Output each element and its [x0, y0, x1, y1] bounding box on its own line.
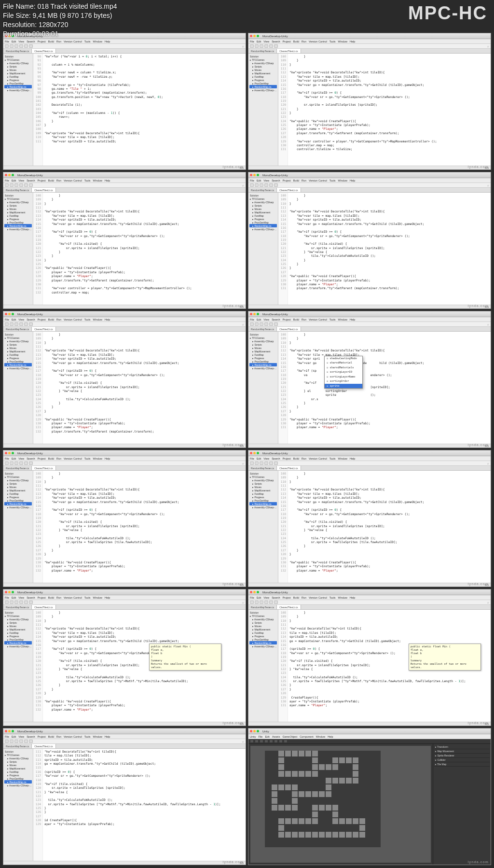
editor-tab[interactable]: ClearedTilesLi.cs: [277, 605, 301, 609]
sidebar-item[interactable]: ▸ MapMovement: [249, 628, 277, 631]
toolbar-button[interactable]: [255, 740, 259, 743]
autocomplete-popup[interactable]: ▫ shadowCastingMode▫ sharedMaterial▫ sha…: [324, 356, 363, 389]
window-titlebar[interactable]: MonoDevelop-Unity: [3, 311, 246, 317]
close-icon[interactable]: [250, 730, 252, 732]
autocomplete-item[interactable]: ▫ sharedMaterials: [325, 365, 362, 370]
menu-item[interactable]: Window: [338, 179, 348, 182]
menu-item[interactable]: Help: [105, 596, 110, 599]
sidebar-item[interactable]: ▸ TFCGames: [4, 753, 32, 756]
menu-item[interactable]: Edit: [257, 596, 261, 599]
menu-item[interactable]: Search: [272, 457, 280, 460]
menu-item[interactable]: Tools: [329, 179, 336, 182]
code-editor[interactable]: 108 109 110 111 112 113 114 115 116 117 …: [33, 610, 246, 722]
sidebar-item[interactable]: ▸ MapMovement: [249, 210, 277, 214]
menu-item[interactable]: Help: [350, 40, 355, 43]
menu-item[interactable]: View: [263, 318, 269, 321]
menu-item[interactable]: File: [250, 457, 254, 460]
menu-item[interactable]: Run: [56, 457, 61, 460]
menu-item[interactable]: File: [5, 40, 9, 43]
sidebar-item[interactable]: ▸ ProcGenMap: [4, 777, 32, 780]
autocomplete-item[interactable]: ▫ shadowCastingMode: [325, 356, 362, 361]
menu-item[interactable]: Unity: [250, 735, 256, 738]
menu-item[interactable]: File: [5, 735, 9, 738]
toolbar-button[interactable]: [255, 44, 259, 48]
editor-tab[interactable]: ClearedTilesLi.cs: [32, 188, 55, 192]
sidebar-item[interactable]: ▸ TFCGames: [249, 58, 277, 61]
menu-item[interactable]: Edit: [257, 40, 261, 43]
menu-item[interactable]: Search: [272, 179, 280, 182]
menu-item[interactable]: Edit: [12, 179, 16, 182]
toolbar-button[interactable]: [5, 322, 9, 326]
window-titlebar[interactable]: Unity: [248, 728, 491, 734]
sidebar-item[interactable]: ▸ RandomMap.cs: [4, 224, 32, 227]
toolbar-button[interactable]: [29, 44, 33, 48]
toolbar-button[interactable]: [19, 44, 23, 48]
sidebar-item[interactable]: ▸ Assembly-CSharp: [4, 339, 32, 343]
toolbar-button[interactable]: [24, 322, 28, 326]
sidebar-item[interactable]: ▸ Assembly-CSharp-...: [249, 644, 277, 648]
menu-bar[interactable]: FileEditViewSearchProjectBuildRunVersion…: [3, 178, 246, 183]
menu-bar[interactable]: FileEditViewSearchProjectBuildRunVersion…: [248, 178, 491, 183]
toolbar-button[interactable]: [269, 740, 273, 743]
sidebar-item[interactable]: ▸ FowMap: [249, 75, 277, 78]
toolbar[interactable]: ⌕: [3, 600, 246, 605]
window-titlebar[interactable]: MonoDevelop-Unity: [248, 311, 491, 317]
toolbar[interactable]: ⌕: [248, 600, 491, 605]
sidebar-item[interactable]: ▸ ProcGenMap: [4, 499, 32, 502]
close-icon[interactable]: [250, 35, 252, 37]
menu-item[interactable]: Help: [328, 735, 333, 738]
toolbar-button[interactable]: [24, 183, 28, 187]
sidebar-item[interactable]: ▸ Assembly-CSharp: [4, 617, 32, 621]
toolbar[interactable]: ⌕: [3, 322, 246, 327]
editor-tab[interactable]: RandomMapTester.cs: [3, 605, 32, 609]
menu-item[interactable]: Window: [316, 735, 326, 738]
menu-item[interactable]: File: [5, 179, 9, 182]
window-titlebar[interactable]: MonoDevelop-Unity: [248, 589, 491, 595]
window-titlebar[interactable]: MonoDevelop-Unity: [3, 172, 246, 178]
toolbar-button[interactable]: [5, 740, 9, 743]
tab-bar[interactable]: RandomMapTester.csClearedTilesLi.cs: [3, 49, 246, 54]
toolbar-button[interactable]: [255, 322, 259, 326]
toolbar-button[interactable]: [260, 462, 263, 465]
inspector-panel[interactable]: ▸ Transform▸ Map Movement▸ Sprite Render…: [433, 744, 491, 865]
maximize-icon[interactable]: [12, 452, 14, 454]
toolbar-button[interactable]: [274, 462, 278, 465]
code-editor[interactable]: 108 109 110 111 112 113 114 115 116 117 …: [278, 471, 491, 583]
sidebar-item[interactable]: ▸ Assembly-CSharp-...: [4, 644, 32, 648]
toolbar-button[interactable]: [5, 183, 9, 187]
menu-item[interactable]: Tools: [84, 457, 91, 460]
editor-tab[interactable]: RandomMapTester.cs: [3, 466, 32, 470]
solution-root[interactable]: Solution: [4, 55, 32, 58]
sidebar-item[interactable]: ▸ Scripts: [249, 343, 277, 346]
solution-sidebar[interactable]: Solution▸ TFCGames▸ Assembly-CSharp▸ Scr…: [248, 471, 278, 583]
sidebar-item[interactable]: ▸ TFCGames: [4, 197, 32, 200]
sidebar-item[interactable]: ▸ MapMovement: [4, 210, 32, 214]
code-editor[interactable]: 108 109 110 111 112 113 114 115 116 117 …: [33, 471, 246, 583]
autocomplete-item[interactable]: ▫ sprite: [325, 384, 362, 388]
tab-bar[interactable]: RandomMapTester.csClearedTilesLi.cs: [3, 466, 246, 471]
close-icon[interactable]: [5, 313, 7, 315]
code-area[interactable]: } } } "kw">private "kw">void DecorateTil…: [288, 54, 491, 166]
sidebar-item[interactable]: ▸ Scripts: [4, 482, 32, 485]
toolbar-button[interactable]: [274, 322, 278, 326]
menu-item[interactable]: Project: [38, 457, 46, 460]
maximize-icon[interactable]: [12, 174, 14, 176]
toolbar[interactable]: ⌕: [248, 44, 491, 49]
menu-item[interactable]: Run: [56, 179, 61, 182]
maximize-icon[interactable]: [12, 591, 14, 593]
sidebar-item[interactable]: ▸ ProcGenMap: [249, 82, 277, 85]
maximize-icon[interactable]: [257, 730, 259, 732]
menu-item[interactable]: Build: [48, 179, 54, 182]
solution-root[interactable]: Solution: [4, 750, 32, 753]
editor-tab[interactable]: ClearedTilesLi.cs: [277, 49, 301, 53]
sidebar-item[interactable]: ▸ RandomMap.cs: [249, 502, 277, 505]
code-editor[interactable]: 90 91 92 93 94 95 96 97 98 99 100 101 10…: [33, 54, 246, 166]
minimize-icon[interactable]: [253, 730, 256, 732]
menu-item[interactable]: Version Control: [64, 318, 82, 321]
menu-bar[interactable]: FileEditViewSearchProjectBuildRunVersion…: [248, 456, 491, 461]
sidebar-item[interactable]: ▸ Assembly-CSharp-...: [4, 784, 32, 787]
menu-item[interactable]: Build: [293, 179, 299, 182]
menu-item[interactable]: Project: [38, 735, 46, 738]
menu-item[interactable]: View: [263, 179, 269, 182]
toolbar-button[interactable]: [14, 183, 18, 187]
